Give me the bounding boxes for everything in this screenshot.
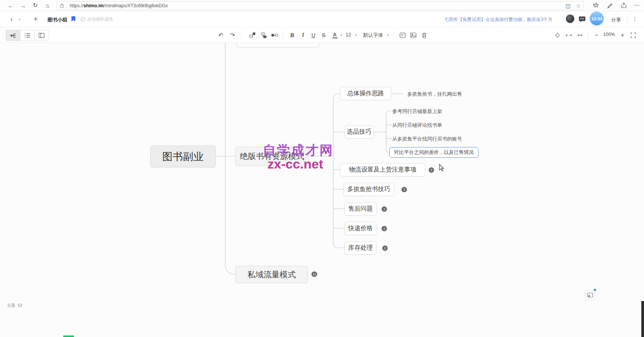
home-icon[interactable]: ⌂	[42, 0, 53, 11]
zoom-level[interactable]: 100%	[602, 32, 616, 37]
leaf-selection-2[interactable]: 从同行店铺评论找书单	[392, 122, 442, 129]
split-view-button[interactable]	[34, 30, 49, 41]
font-color-swatch	[333, 38, 338, 38]
url-text[interactable]: https://shimo.im/mindmaps/XT3c69rBqj6xkD…	[70, 3, 168, 8]
italic-button[interactable]: I	[299, 31, 307, 40]
note-icon[interactable]	[398, 31, 407, 39]
promo-banner[interactable]: 七周年【免费试用】企业高级付费功能，购买送3个月	[444, 16, 552, 23]
zoom-in-button[interactable]: +	[618, 31, 627, 40]
node-logistics[interactable]: 物流设置及上货注意事项	[340, 163, 425, 177]
notification-dot	[594, 289, 596, 291]
lock-icon	[60, 3, 64, 8]
insert-child-topic-icon[interactable]	[260, 31, 268, 39]
avatar[interactable]	[566, 15, 574, 23]
reading-view-icon[interactable]: ◫	[565, 3, 570, 9]
delete-icon[interactable]	[420, 31, 428, 39]
autosave-label: 自动保存成功	[87, 16, 113, 22]
font-family-chevron-icon[interactable]: ▾	[386, 33, 390, 37]
doc-title[interactable]: 图书小组	[48, 16, 67, 23]
node-shipping-price[interactable]: 快递价格	[344, 222, 377, 235]
node-label: 售后问题	[348, 205, 373, 213]
toolbar-divider	[241, 32, 242, 38]
image-icon[interactable]	[409, 31, 418, 39]
leaf-selection-1[interactable]: 参考同行店铺最新上架	[392, 108, 442, 115]
bookmark-icon[interactable]	[71, 16, 75, 22]
forward-icon[interactable]: →	[18, 0, 28, 11]
comment-icon[interactable]	[578, 16, 586, 23]
scrollbar-thumb[interactable]	[641, 301, 644, 337]
back-icon[interactable]: ←	[5, 0, 16, 11]
node-inventory[interactable]: 库存处理	[344, 241, 377, 255]
doc-back-chevron-icon[interactable]: ▾	[18, 18, 21, 21]
node-label: 快递价格	[348, 224, 373, 232]
web-note-icon[interactable]	[605, 0, 615, 11]
underline-button[interactable]: U	[310, 31, 317, 40]
collapsed-count-badge[interactable]: 2	[382, 226, 387, 231]
font-family-select[interactable]: 默认字体	[363, 32, 383, 39]
font-color-chevron-icon[interactable]: ▾	[339, 33, 343, 37]
hub-icon[interactable]	[590, 0, 601, 11]
new-doc-icon[interactable]: +	[31, 15, 40, 23]
format-toolbar: ↶ ↷ B I U S A ▾ 12 ▾ 默认字体 ▾ − 100% +	[0, 27, 644, 43]
collapse-all-icon[interactable]	[575, 31, 584, 39]
share-button[interactable]: 分享	[611, 16, 621, 23]
outline-view-button[interactable]	[20, 30, 34, 41]
node-grab-book-tips[interactable]: 多抓鱼抢书技巧	[343, 183, 394, 196]
more-icon[interactable]: ⋯	[631, 0, 642, 11]
relation-icon[interactable]	[270, 31, 279, 39]
collapsed-count-badge[interactable]: 3	[401, 187, 407, 192]
url-domain: shimo.im	[84, 3, 104, 8]
recording-timer-badge: 13:33	[589, 11, 604, 26]
expand-all-icon[interactable]	[564, 31, 573, 39]
address-bar[interactable]: https://shimo.im/mindmaps/XT3c69rBqj6xkD…	[57, 1, 583, 10]
toolbar-divider	[394, 32, 394, 38]
share-icon[interactable]	[618, 0, 629, 11]
minimap-toggle-button[interactable]	[585, 290, 595, 300]
kebab-menu-icon[interactable]: ⋮	[631, 15, 638, 23]
collapsed-count-badge[interactable]: 2	[382, 206, 387, 212]
toolbar-divider	[588, 32, 588, 38]
leaf-selection-3[interactable]: 从多抓鱼平台找同行买书的账号	[392, 136, 462, 142]
undo-icon[interactable]: ↶	[216, 31, 225, 40]
font-color-button[interactable]: A	[331, 31, 339, 39]
leaf-operation[interactable]: 多抓鱼抢书，挂孔网出售	[407, 91, 462, 98]
node-label: 图书副业	[162, 150, 204, 164]
favorite-star-icon[interactable]: ☆	[576, 3, 581, 9]
node-overall-approach[interactable]: 总体操作思路	[340, 87, 391, 100]
mindmap-canvas[interactable]: 图书副业 绝版书有资源模式 私域流量模式 11 总体操作思路 选品技巧 物流设置…	[0, 43, 644, 337]
redo-icon[interactable]: ↷	[228, 31, 237, 40]
node-after-sales[interactable]: 售后问题	[344, 202, 377, 216]
mindmap-view-button[interactable]	[6, 30, 20, 41]
node-label: 多抓鱼抢书技巧	[347, 185, 390, 193]
strikethrough-button[interactable]: S	[320, 31, 328, 40]
fullscreen-icon[interactable]	[629, 31, 637, 39]
collapsed-count-badge[interactable]: 3	[429, 167, 434, 173]
bold-button[interactable]: B	[288, 31, 296, 40]
toolbar-divider	[283, 32, 283, 38]
node-label: 对比平台之间的差价，以及已售情况	[394, 149, 474, 156]
progress-marker	[63, 335, 74, 337]
node-branch-private-traffic[interactable]: 私域流量模式	[235, 266, 308, 283]
url-prefix: https://	[70, 3, 84, 8]
leaf-selection-4-selected[interactable]: 对比平台之间的差价，以及已售情况	[389, 147, 478, 158]
watermark-line2: zx-cc.net	[267, 157, 323, 172]
node-cutoff-top[interactable]	[236, 43, 319, 47]
node-label: 总体操作思路	[347, 90, 384, 98]
font-size-select[interactable]: 12	[346, 32, 351, 38]
collapsed-count-badge[interactable]: 2	[382, 245, 388, 251]
node-selection-tips[interactable]: 选品技巧	[344, 125, 374, 139]
mouse-cursor	[439, 164, 444, 172]
refresh-icon[interactable]: ↻	[30, 0, 41, 11]
topic-count-status: 主题 62	[7, 303, 22, 308]
node-label: 库存处理	[348, 244, 373, 252]
locate-center-icon[interactable]	[553, 31, 562, 39]
connector-lines	[0, 43, 644, 337]
zoom-out-button[interactable]: −	[592, 31, 601, 40]
app-header: ‹ ▾ + 图书小组 自动保存成功 七周年【免费试用】企业高级付费功能，购买送3…	[0, 11, 644, 27]
autosave-icon	[80, 17, 85, 22]
node-root[interactable]: 图书副业	[150, 146, 216, 167]
doc-back-icon[interactable]: ‹	[8, 15, 15, 23]
autosave-status: 自动保存成功	[80, 16, 113, 22]
font-size-chevron-icon[interactable]: ▾	[354, 33, 358, 37]
insert-sibling-topic-icon[interactable]	[248, 31, 257, 39]
